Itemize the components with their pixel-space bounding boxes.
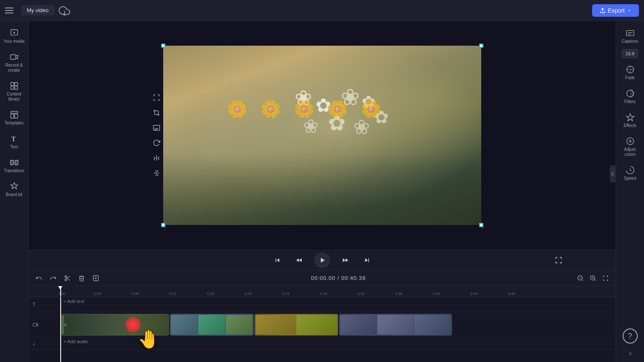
zoom-out-button[interactable] <box>575 273 585 283</box>
text-track-content: + Add text <box>60 297 616 312</box>
export-label: Export <box>608 7 625 14</box>
cut-button[interactable] <box>62 273 73 284</box>
sidebar-item-effects[interactable]: Effects <box>617 109 643 132</box>
sidebar-item-label-text: Text <box>10 145 18 150</box>
skip-to-end-button[interactable] <box>360 253 374 267</box>
audio-track-label: ♩ <box>28 341 60 346</box>
sidebar-item-label-transitions: Transitions <box>4 168 24 173</box>
help-button[interactable]: ? <box>623 328 638 344</box>
sidebar-item-captions[interactable]: Captions <box>617 25 643 47</box>
handle-top-right[interactable] <box>479 44 483 48</box>
menu-button[interactable] <box>5 5 17 16</box>
handle-bottom-right[interactable] <box>479 223 483 227</box>
flip-h-tool[interactable] <box>151 152 162 164</box>
export-button[interactable]: Export <box>592 4 639 17</box>
svg-rect-6 <box>10 86 13 89</box>
sidebar-item-filters[interactable]: Filters <box>617 85 643 108</box>
rewind-button[interactable] <box>292 253 306 267</box>
playhead[interactable] <box>60 286 61 297</box>
sidebar-label-effects: Effects <box>623 123 636 128</box>
svg-line-21 <box>66 277 67 278</box>
video-preview-container: ❀ ✿ ❀ ✿ ❀ ✿ ❀ ✿ <box>28 21 616 250</box>
svg-line-29 <box>594 279 595 281</box>
video-clip-3[interactable] <box>254 314 338 336</box>
video-clip-1[interactable]: ⏸ <box>60 314 169 336</box>
audio-track-content: + Add audio <box>60 337 616 349</box>
chevron-left-icon <box>611 171 614 177</box>
rotate-tool[interactable] <box>151 137 162 149</box>
speed-icon <box>626 165 635 175</box>
fast-forward-button[interactable] <box>339 253 352 267</box>
templates-icon <box>10 110 19 119</box>
sidebar-item-text[interactable]: T Text <box>1 131 27 153</box>
fullscreen-button[interactable] <box>552 253 565 267</box>
svg-rect-3 <box>10 55 15 59</box>
video-clip-2[interactable] <box>170 314 254 336</box>
sidebar-item-templates[interactable]: Templates <box>1 107 27 129</box>
svg-rect-12 <box>10 160 13 165</box>
sidebar-item-label-brand-kit: Brand kit <box>6 192 22 197</box>
video-clips: ⏸ <box>60 314 616 336</box>
svg-line-26 <box>582 279 583 281</box>
aspect-ratio-badge[interactable]: 16:9 <box>622 49 638 58</box>
zoom-in-button[interactable] <box>588 273 598 283</box>
video-track-label <box>28 322 60 328</box>
adjust-colors-icon <box>626 137 635 146</box>
text-track-icon: T <box>33 302 36 308</box>
svg-rect-10 <box>14 114 17 118</box>
sidebar-item-record-create[interactable]: Record &create <box>1 49 27 76</box>
audio-track-row: ♩ + Add audio <box>28 337 616 350</box>
chevron-down-icon <box>628 350 632 357</box>
svg-rect-32 <box>33 323 36 326</box>
video-clip-4[interactable] <box>339 314 452 336</box>
sidebar-item-label-templates: Templates <box>5 121 24 126</box>
video-track-row: ⏸ <box>28 312 616 337</box>
sidebar-label-captions: Captions <box>622 39 638 44</box>
collapse-right-panel-button[interactable] <box>626 349 634 358</box>
right-sidebar: Captions 16:9 Fade Filters Effect <box>616 21 644 362</box>
sidebar-label-adjust-colors: Adjustcolors <box>624 147 636 157</box>
sidebar-item-transitions[interactable]: Transitions <box>1 155 27 177</box>
project-name-tab[interactable]: My video <box>21 5 54 16</box>
collapse-panel-button[interactable] <box>610 165 616 182</box>
sidebar-item-content-library[interactable]: Contentlibrary <box>1 78 27 105</box>
cloud-save-icon[interactable] <box>59 5 70 16</box>
fit-screen-tool[interactable] <box>151 92 162 103</box>
sidebar-item-adjust-colors[interactable]: Adjustcolors <box>617 133 643 160</box>
svg-text:T: T <box>11 135 15 143</box>
sidebar-item-speed[interactable]: Speed <box>617 162 643 184</box>
play-button[interactable] <box>314 252 330 268</box>
sidebar-item-brand-kit[interactable]: Brand kit <box>1 178 27 201</box>
sidebar-label-speed: Speed <box>624 176 636 181</box>
svg-rect-7 <box>14 86 17 89</box>
undo-button[interactable] <box>33 273 44 284</box>
add-text-button[interactable]: + Add text <box>60 297 87 305</box>
add-audio-button[interactable]: + Add audio <box>60 337 91 346</box>
timeline-ruler: 0:00 0:04 0:08 0:12 0:16 0:20 <box>28 286 616 297</box>
video-track-content: ⏸ <box>60 312 616 337</box>
subtitle-tool[interactable] <box>151 122 162 134</box>
clip1-pause-icon: ⏸ <box>63 323 67 327</box>
handle-bottom-left[interactable] <box>161 223 165 227</box>
redo-button[interactable] <box>48 273 59 284</box>
top-bar: My video Export <box>0 0 644 21</box>
effects-icon <box>626 113 635 122</box>
add-to-timeline-button[interactable] <box>90 273 101 284</box>
playback-controls <box>28 250 616 270</box>
delete-button[interactable] <box>76 273 87 284</box>
handle-top-left[interactable] <box>161 44 165 48</box>
crop-tool[interactable] <box>151 107 162 119</box>
audio-track-icon: ♩ <box>33 341 35 346</box>
fit-timeline-button[interactable] <box>600 273 611 283</box>
preview-tools <box>151 92 162 179</box>
sidebar-item-your-media[interactable]: Your media <box>1 25 27 47</box>
ruler-marks: 0:00 0:04 0:08 0:12 0:16 0:20 <box>28 286 616 297</box>
sidebar-item-label-record-create: Record &create <box>5 63 23 73</box>
flip-v-tool[interactable] <box>151 167 162 179</box>
svg-rect-5 <box>14 83 17 85</box>
video-track-icon <box>33 322 38 328</box>
content-library-icon <box>10 81 19 90</box>
skip-to-start-button[interactable] <box>271 253 284 267</box>
sidebar-item-fade[interactable]: Fade <box>617 62 643 84</box>
video-canvas[interactable]: ❀ ✿ ❀ ✿ ❀ ✿ ❀ ✿ <box>163 46 481 225</box>
